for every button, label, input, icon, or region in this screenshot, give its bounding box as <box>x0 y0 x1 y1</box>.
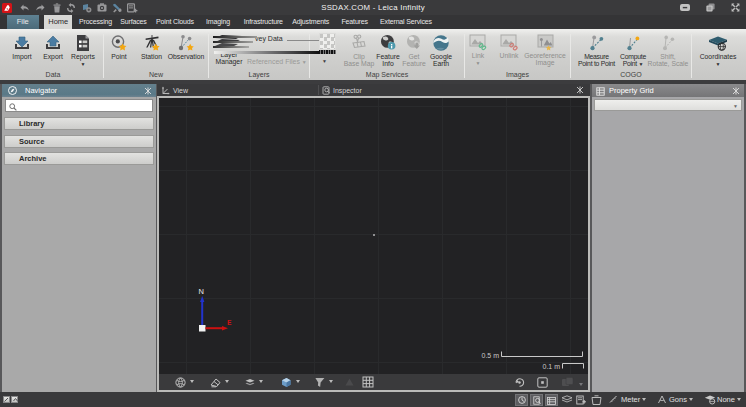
svg-text:0.5 m: 0.5 m <box>481 352 499 359</box>
svg-text:E: E <box>227 319 232 327</box>
svg-text:N: N <box>199 287 204 296</box>
svg-text:0.1 m: 0.1 m <box>542 363 560 370</box>
